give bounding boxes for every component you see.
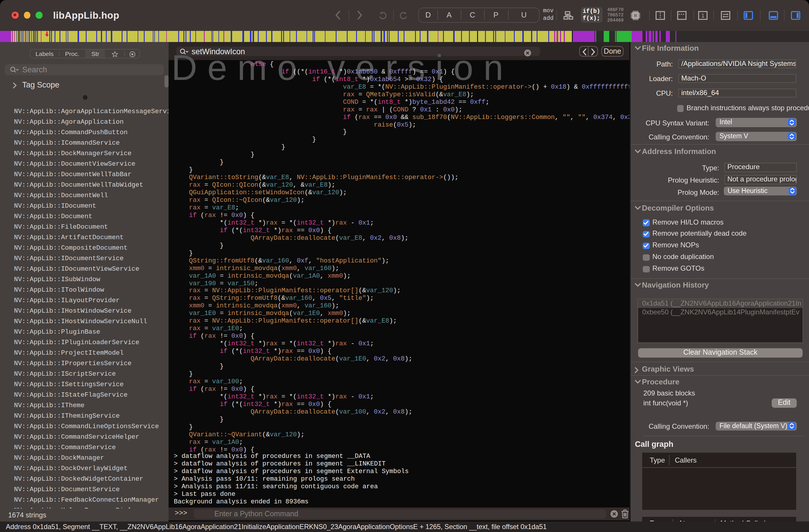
svg-text:1: 1 (701, 12, 705, 18)
